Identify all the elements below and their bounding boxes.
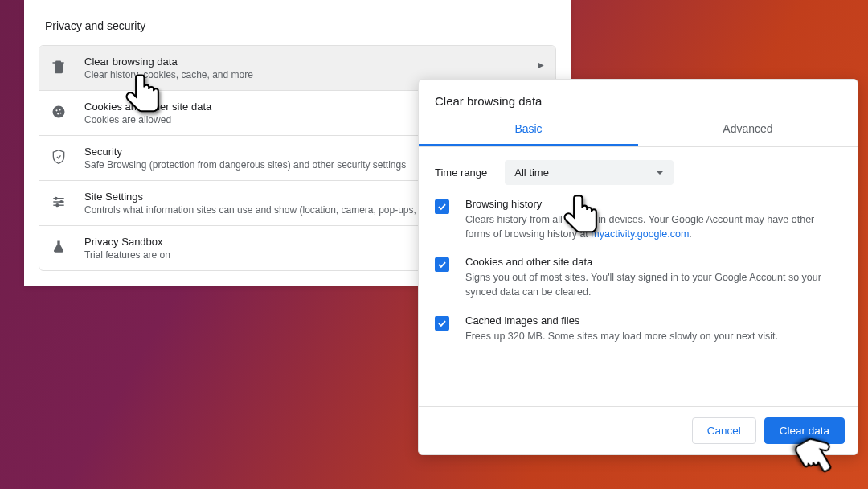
caret-down-icon (656, 171, 664, 175)
option-title: Cookies and other site data (465, 256, 841, 268)
dialog-tabs: Basic Advanced (419, 113, 858, 147)
time-range-label: Time range (435, 166, 487, 179)
flask-icon (51, 239, 67, 255)
trash-icon (51, 59, 67, 75)
option-desc: Frees up 320 MB. Some sites may load mor… (465, 329, 841, 343)
svg-point-3 (57, 113, 59, 115)
svg-point-9 (60, 201, 63, 203)
option-cached: Cached images and files Frees up 320 MB.… (435, 314, 841, 343)
tab-basic[interactable]: Basic (419, 113, 638, 146)
shield-icon (51, 149, 67, 165)
options-list: Browsing history Clears history from all… (419, 198, 858, 366)
svg-point-1 (55, 109, 57, 111)
cursor-pointer-icon (563, 193, 601, 243)
cancel-button[interactable]: Cancel (692, 417, 756, 444)
cursor-pointer-icon (125, 72, 163, 122)
checkbox-cached[interactable] (435, 316, 449, 331)
svg-point-8 (55, 198, 57, 200)
svg-point-0 (53, 106, 65, 118)
myactivity-link[interactable]: myactivity.google.com (591, 228, 689, 240)
svg-point-2 (59, 109, 61, 111)
svg-point-10 (56, 204, 59, 207)
clear-browsing-data-dialog: Clear browsing data Basic Advanced Time … (418, 79, 858, 455)
time-range-value: All time (514, 166, 549, 179)
option-browsing-history: Browsing history Clears history from all… (435, 198, 841, 241)
dialog-title: Clear browsing data (419, 80, 858, 113)
option-title: Browsing history (465, 198, 841, 210)
sliders-icon (51, 194, 67, 210)
time-range-row: Time range All time (419, 147, 858, 198)
option-desc: Signs you out of most sites. You'll stay… (465, 270, 841, 299)
time-range-select[interactable]: All time (505, 160, 674, 185)
option-cookies: Cookies and other site data Signs you ou… (435, 256, 841, 299)
option-title: Cached images and files (465, 314, 841, 327)
svg-point-4 (60, 113, 62, 114)
section-title: Privacy and security (45, 19, 556, 32)
cookie-icon (51, 104, 67, 120)
settings-item-title: Clear browsing data (84, 55, 542, 68)
checkbox-browsing-history[interactable] (435, 199, 449, 214)
checkbox-cookies[interactable] (435, 257, 449, 272)
tab-advanced[interactable]: Advanced (638, 113, 858, 146)
chevron-right-icon: ▶ (538, 60, 544, 69)
option-desc: Clears history from all signed-in device… (465, 212, 841, 241)
